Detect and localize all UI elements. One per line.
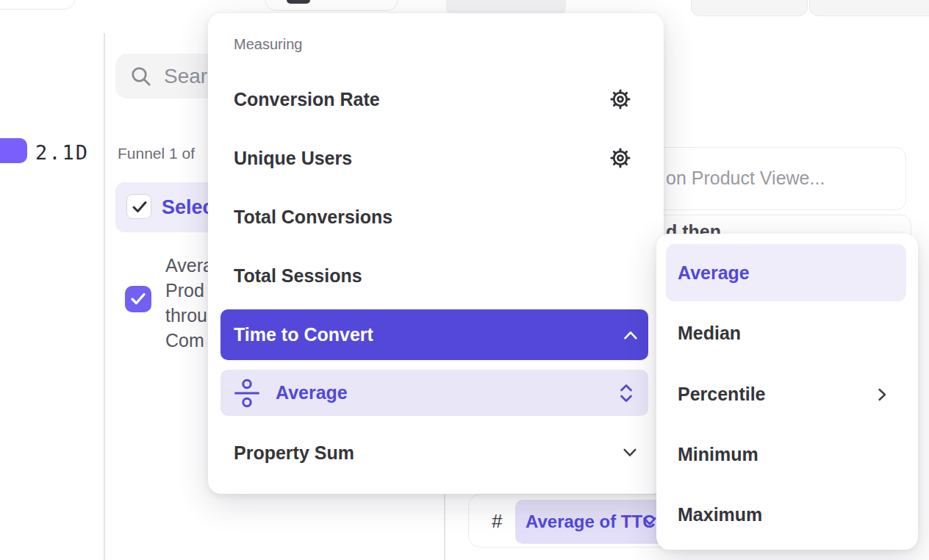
metric-aggregation-label: Average of TTC	[526, 500, 655, 544]
top-gray-segment[interactable]	[446, 0, 566, 13]
menu-item-time-to-convert[interactable]: Time to Convert	[220, 309, 648, 360]
numeric-type-label: #	[492, 510, 502, 533]
submenu-item-median[interactable]: Median	[656, 307, 918, 359]
menu-item-ttc-aggregation[interactable]: Average	[220, 370, 648, 416]
chevron-up-icon	[623, 329, 639, 341]
top-right-tab-left[interactable]	[691, 0, 808, 16]
gear-icon[interactable]	[609, 147, 631, 169]
submenu-item-label: Percentile	[678, 368, 766, 420]
submenu-item-label: Minimum	[678, 428, 758, 480]
step-desc-line: Com	[165, 328, 213, 353]
step-desc-line: Prod	[165, 278, 213, 303]
measuring-dropdown-panel: Measuring Conversion Rate Unique Users	[208, 13, 664, 494]
menu-item-label: Average	[276, 370, 348, 416]
chevron-right-icon	[877, 387, 887, 402]
top-right-tab-right[interactable]	[809, 0, 929, 16]
menu-item-label: Property Sum	[234, 423, 354, 482]
left-column-divider	[104, 33, 105, 560]
metric-step-description: Avera Prod throu Com	[165, 253, 213, 353]
top-toolbar-button-fragment[interactable]	[265, 0, 398, 11]
menu-item-label: Total Conversions	[234, 187, 392, 246]
submenu-item-average[interactable]: Average	[666, 244, 906, 301]
legend-series-label[interactable]: 2.1D	[35, 141, 89, 164]
chevron-down-icon	[622, 447, 638, 459]
submenu-item-label: Average	[678, 244, 750, 301]
select-all-row[interactable]: Selec	[115, 182, 222, 232]
step-desc-line: Avera	[165, 253, 213, 278]
funnel-count-label: Funnel 1 of	[118, 145, 195, 162]
menu-item-total-sessions[interactable]: Total Sessions	[208, 246, 664, 305]
aggregation-submenu-panel: Average Median Percentile Minimum Maximu…	[656, 234, 918, 550]
search-icon	[130, 65, 152, 87]
submenu-item-minimum[interactable]: Minimum	[656, 428, 918, 480]
measuring-header: Measuring	[234, 36, 302, 53]
app-screen: 2.1D Funnel 1 of Selec Avera Prod throu …	[0, 0, 929, 560]
menu-item-label: Total Sessions	[234, 246, 362, 305]
submenu-item-label: Maximum	[678, 489, 762, 540]
legend-series-swatch[interactable]	[0, 138, 27, 163]
funnel-step-event-label: on Product Viewe...	[666, 168, 825, 189]
select-all-checkbox[interactable]	[126, 194, 151, 219]
checkmark-icon	[131, 199, 148, 215]
checkmark-icon	[129, 292, 147, 306]
chevron-down-icon	[642, 516, 658, 528]
chevron-up-down-icon	[619, 382, 634, 404]
menu-item-total-conversions[interactable]: Total Conversions	[208, 187, 664, 246]
top-left-card-fragment	[0, 0, 76, 10]
menu-item-conversion-rate[interactable]: Conversion Rate	[208, 70, 664, 129]
gear-icon[interactable]	[609, 88, 631, 110]
toolbar-glyph-icon	[287, 0, 310, 4]
select-all-label: Selec	[162, 182, 214, 232]
metric-aggregation-pill[interactable]: Average of TTC	[515, 500, 675, 544]
menu-item-unique-users[interactable]: Unique Users	[208, 129, 664, 187]
step-desc-line: throu	[165, 303, 213, 328]
metric-step-checkbox[interactable]	[125, 286, 151, 312]
submenu-item-maximum[interactable]: Maximum	[656, 489, 918, 540]
menu-item-label: Unique Users	[234, 129, 352, 187]
menu-item-property-sum[interactable]: Property Sum	[208, 423, 664, 482]
menu-item-label: Conversion Rate	[234, 70, 380, 129]
average-icon	[233, 378, 261, 408]
submenu-item-percentile[interactable]: Percentile	[656, 368, 918, 420]
builder-column-divider	[444, 494, 445, 560]
menu-item-label: Time to Convert	[234, 309, 373, 360]
submenu-item-label: Median	[678, 307, 741, 359]
